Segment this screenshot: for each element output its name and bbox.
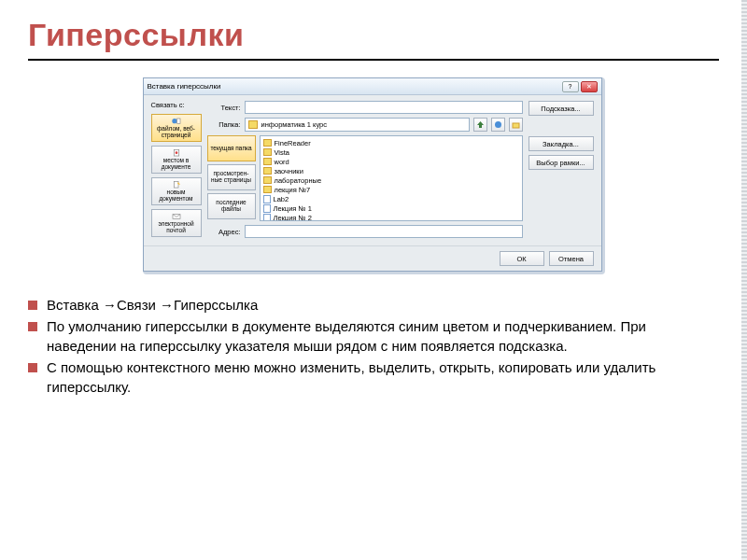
document-icon <box>263 214 271 222</box>
file-list-item[interactable]: FineReader <box>263 138 519 147</box>
new-doc-icon <box>170 180 183 189</box>
address-label: Адрес: <box>207 228 241 236</box>
bullet-list: Вставка →Связи →Гиперссылка По умолчанию… <box>28 295 719 397</box>
folder-icon <box>263 176 272 184</box>
web-icon <box>494 120 502 129</box>
folder-icon <box>263 158 272 165</box>
browse-file-button[interactable] <box>509 118 523 132</box>
file-list-item[interactable]: Lab2 <box>263 194 519 203</box>
bookmark-icon <box>170 148 183 157</box>
linkto-file-web[interactable]: файлом, веб-страницей <box>151 114 202 142</box>
globe-file-icon <box>170 117 183 125</box>
file-list-item[interactable]: word <box>263 157 519 166</box>
address-input[interactable] <box>245 225 523 238</box>
insert-hyperlink-dialog: Вставка гиперссылки ? ✕ Связать с: файло… <box>143 77 602 272</box>
help-button[interactable]: ? <box>562 81 579 92</box>
linkto-label: Связать с: <box>151 101 202 109</box>
tab-current-folder[interactable]: текущая папка <box>207 135 256 161</box>
text-input[interactable] <box>245 101 523 114</box>
up-folder-button[interactable] <box>473 118 487 132</box>
folder-icon <box>263 139 272 147</box>
bookmark-button[interactable]: Закладка... <box>529 136 594 151</box>
svg-point-0 <box>172 119 176 123</box>
linkto-new-doc[interactable]: новым документом <box>151 177 202 205</box>
file-list[interactable]: FineReaderVistawordзаочникилабораторныел… <box>260 135 523 221</box>
bullet-icon <box>28 301 37 310</box>
list-item: С помощью контекстного меню можно измени… <box>28 357 719 397</box>
folder-dropdown[interactable]: информатика 1 курс <box>245 118 470 132</box>
svg-point-3 <box>175 151 177 154</box>
tab-browsed-pages[interactable]: просмотрен-ные страницы <box>207 164 256 190</box>
close-button[interactable]: ✕ <box>581 81 598 92</box>
linkto-place-in-doc[interactable]: местом в документе <box>151 146 202 174</box>
title-rule <box>28 59 719 61</box>
open-folder-icon <box>512 120 520 129</box>
folder-icon <box>263 167 272 175</box>
slide-border <box>741 0 747 560</box>
dialog-title: Вставка гиперссылки <box>148 82 221 91</box>
ok-button[interactable]: ОК <box>500 251 544 266</box>
text-label: Текст: <box>207 104 241 112</box>
svg-rect-4 <box>174 181 178 188</box>
file-list-item[interactable]: лабораторные <box>263 175 519 185</box>
svg-point-6 <box>495 121 501 128</box>
file-list-item[interactable]: лекция №7 <box>263 185 519 194</box>
file-list-item[interactable]: Лекция № 2 <box>263 213 519 221</box>
titlebar: Вставка гиперссылки ? ✕ <box>144 78 601 95</box>
email-icon <box>170 212 183 220</box>
dialog-screenshot: Вставка гиперссылки ? ✕ Связать с: файло… <box>28 77 719 274</box>
svg-rect-7 <box>513 123 519 128</box>
folder-icon <box>248 120 258 129</box>
file-list-item[interactable]: Vista <box>263 147 519 157</box>
file-list-item[interactable]: заочники <box>263 166 519 175</box>
browse-web-button[interactable] <box>491 118 505 132</box>
document-icon <box>263 204 271 213</box>
linkto-email[interactable]: электронной почтой <box>151 209 202 237</box>
svg-rect-1 <box>176 119 179 123</box>
up-arrow-icon <box>476 120 485 129</box>
bullet-icon <box>28 363 37 372</box>
list-item: Вставка →Связи →Гиперссылка <box>28 295 719 315</box>
tab-recent-files[interactable]: последние файлы <box>207 193 256 219</box>
slide-title: Гиперссылки <box>28 17 719 53</box>
cancel-button[interactable]: Отмена <box>549 251 594 266</box>
file-list-item[interactable]: Лекция № 1 <box>263 203 519 213</box>
folder-label: Папка: <box>207 120 241 129</box>
document-icon <box>263 195 271 203</box>
target-frame-button[interactable]: Выбор рамки... <box>529 155 594 170</box>
screentip-button[interactable]: Подсказка... <box>529 101 594 116</box>
folder-icon <box>263 148 272 156</box>
folder-icon <box>263 186 272 193</box>
list-item: По умолчанию гиперссылки в документе выд… <box>28 316 719 356</box>
bullet-icon <box>28 322 37 331</box>
